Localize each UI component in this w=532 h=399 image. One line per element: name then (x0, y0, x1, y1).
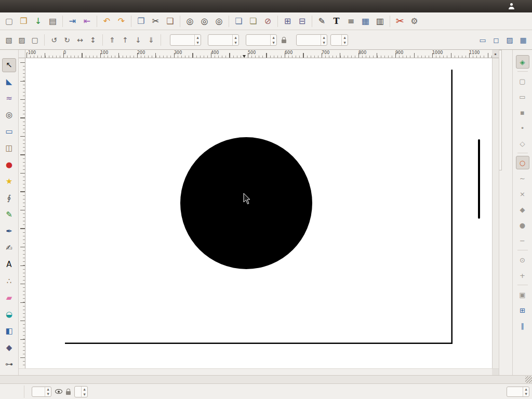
horizontal-scrollbar[interactable] (19, 368, 499, 375)
opacity-field[interactable] (32, 387, 51, 397)
snap-path-intersections[interactable]: × (516, 187, 529, 201)
units-dropdown-arrows[interactable] (341, 35, 348, 45)
horizontal-scrollbar-track[interactable] (25, 369, 492, 375)
tool-eraser[interactable]: ▰ (2, 291, 16, 305)
text-dialog[interactable]: T (329, 14, 343, 28)
horizontal-scrollbar-thumb[interactable] (166, 369, 338, 371)
w-field[interactable] (246, 34, 277, 46)
align-distribute-dialog[interactable]: ▥ (373, 14, 387, 28)
snap-object-centers[interactable]: ⊙ (516, 253, 529, 267)
h-field[interactable] (296, 34, 327, 46)
zoom-spinner[interactable] (523, 387, 529, 396)
tool-dropper[interactable]: ◆ (2, 341, 16, 355)
tool-gradient[interactable]: ◧ (2, 324, 16, 338)
opacity-spinner[interactable] (45, 387, 51, 396)
snap-midpoints[interactable]: − (516, 234, 529, 247)
tool-rectangle[interactable]: ▭ (2, 125, 16, 139)
snap-grid[interactable]: ⊞ (516, 303, 529, 317)
vertical-scrollbar[interactable] (492, 58, 499, 368)
y-field[interactable] (208, 34, 239, 46)
snap-bounding-box[interactable]: ▢ (516, 74, 529, 88)
snap-enable[interactable]: ◈ (516, 55, 529, 69)
tool-pencil[interactable]: ✎ (2, 208, 16, 222)
snap-nodes-paths[interactable]: ○ (516, 156, 529, 169)
tool-paint-bucket[interactable]: ◒ (2, 308, 16, 322)
snap-page-border[interactable]: ▣ (516, 288, 529, 301)
affect-scale-rounded-corners[interactable]: ◻ (490, 34, 502, 46)
xml-editor[interactable]: ▦ (358, 14, 373, 28)
units-dropdown[interactable] (330, 34, 348, 46)
w-field-spinner[interactable] (270, 35, 276, 45)
tool-pen[interactable]: ✒ (2, 224, 16, 238)
import-bitmap[interactable]: ⇥ (65, 14, 79, 28)
y-field-spinner[interactable] (232, 35, 238, 45)
layer-visibility-eye-icon[interactable] (55, 389, 62, 394)
layer-selector-arrows[interactable] (81, 387, 87, 397)
snap-to-paths[interactable]: ~ (516, 171, 529, 185)
canvas[interactable] (25, 58, 492, 368)
copy[interactable]: ❐ (134, 14, 148, 28)
tool-spray[interactable]: ∴ (2, 274, 16, 288)
lower-to-bottom[interactable]: ⇓ (145, 34, 157, 46)
zoom-to-fit-drawing[interactable]: ◎ (183, 14, 197, 28)
cut[interactable]: ✂ (149, 14, 163, 28)
scissors[interactable]: ✂ (393, 14, 407, 28)
flip-vertical[interactable]: ↕ (87, 34, 99, 46)
tool-tweak[interactable]: ≈ (2, 91, 16, 105)
preferences[interactable]: ⚙ (407, 14, 421, 28)
select-all[interactable]: ▧ (3, 34, 15, 46)
rotate-90-ccw[interactable]: ↺ (48, 34, 60, 46)
tool-node-editor[interactable]: ◣ (2, 75, 16, 89)
layers-dialog[interactable]: ≡ (344, 14, 358, 28)
snap-bbox-corners[interactable]: ▪ (516, 105, 529, 119)
tool-3d-box[interactable]: ◫ (2, 141, 16, 155)
flip-horizontal[interactable]: ↔ (74, 34, 86, 46)
fill-stroke-tab[interactable] (499, 50, 502, 170)
ungroup-objects[interactable]: ⊟ (295, 14, 309, 28)
fill-stroke-dialog[interactable]: ✎ (315, 14, 329, 28)
redo[interactable]: ↷ (114, 14, 128, 28)
create-clone[interactable]: ❏ (246, 14, 260, 28)
tool-connector[interactable]: ⊶ (2, 357, 16, 371)
h-field-spinner[interactable] (321, 35, 327, 45)
snap-cusp-nodes[interactable]: ◆ (516, 203, 529, 216)
undo[interactable]: ↶ (100, 14, 114, 28)
raise[interactable]: ↑ (119, 34, 131, 46)
snap-guides[interactable]: ∥ (516, 319, 529, 332)
duplicate[interactable]: ❏ (232, 14, 246, 28)
zoom-to-fit-page[interactable]: ◎ (197, 14, 211, 28)
open-document[interactable]: ❒ (17, 14, 31, 28)
raise-to-top[interactable]: ⇑ (106, 34, 118, 46)
lock-ratio-button[interactable] (278, 34, 289, 46)
scrollbar-corner-button[interactable]: ▪ (492, 50, 499, 58)
tool-ellipse[interactable]: ● (2, 158, 16, 172)
x-field[interactable] (170, 34, 201, 46)
snap-smooth-nodes[interactable]: ● (516, 218, 529, 232)
export-bitmap[interactable]: ⇤ (80, 14, 94, 28)
tool-text[interactable]: A (2, 258, 16, 272)
affect-move-gradients[interactable]: ▨ (503, 34, 516, 46)
horizontal-ruler[interactable]: -100010020030040050060070080090010001100 (25, 50, 492, 58)
rotate-90-cw[interactable]: ↻ (61, 34, 73, 46)
new-document[interactable]: ▢ (2, 14, 16, 28)
resize-grip-icon[interactable] (525, 376, 532, 383)
affect-move-patterns[interactable]: ▦ (517, 34, 529, 46)
select-all-layers[interactable]: ▨ (16, 34, 28, 46)
lower[interactable]: ↓ (132, 34, 144, 46)
palette-scroll-right-button[interactable] (34, 376, 43, 383)
tool-selector[interactable]: ↖ (2, 58, 16, 72)
affect-scale-stroke-width[interactable]: ▭ (476, 34, 489, 46)
zoom-field[interactable] (507, 387, 529, 397)
snap-rotation-centers[interactable]: + (516, 269, 529, 282)
tool-calligraphy[interactable]: ✍ (2, 241, 16, 255)
group-objects[interactable]: ⊞ (281, 14, 295, 28)
save-document[interactable]: ↓ (31, 14, 45, 28)
unlink-clone[interactable]: ⊘ (261, 14, 275, 28)
layer-selector[interactable] (74, 386, 88, 397)
snap-bbox-edges[interactable]: ▭ (516, 90, 529, 103)
tool-zoom[interactable]: ◎ (2, 108, 16, 122)
layer-lock-icon[interactable] (66, 391, 71, 395)
print-document[interactable]: ▤ (46, 14, 60, 28)
vertical-ruler[interactable] (19, 58, 25, 368)
paste[interactable]: ❑ (163, 14, 177, 28)
